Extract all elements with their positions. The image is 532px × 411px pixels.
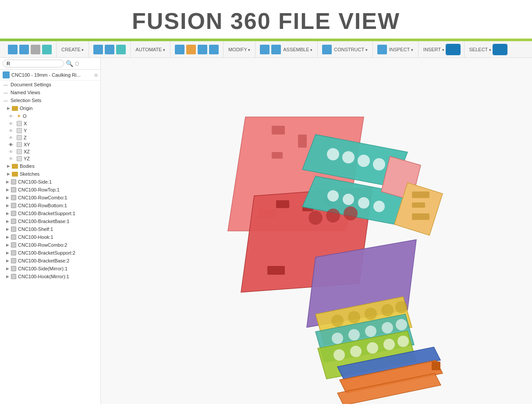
create-menu[interactable]: CREATE bbox=[61, 47, 84, 52]
construct-menu[interactable]: CONSTRUCT bbox=[334, 47, 368, 52]
z-icon bbox=[17, 135, 22, 140]
comp-cnc100-hook-1[interactable]: ▶ CNC100-Hook:1 bbox=[0, 233, 100, 241]
comp-sq-9 bbox=[11, 242, 16, 248]
toolbar-group-insert: INSERT bbox=[419, 41, 465, 57]
origin-item-y: 👁 Y bbox=[0, 127, 100, 134]
assemble-icon-1[interactable] bbox=[260, 45, 270, 54]
eye-icon-o[interactable]: 👁 bbox=[9, 114, 15, 119]
select-icon-active[interactable] bbox=[493, 45, 507, 54]
construct-icon-1[interactable] bbox=[322, 45, 332, 54]
svg-rect-9 bbox=[267, 266, 285, 275]
svg-point-36 bbox=[382, 322, 393, 333]
eye-icon-xy[interactable]: 👁 bbox=[9, 142, 15, 147]
insert-icon-active[interactable] bbox=[447, 45, 460, 54]
origin-folder-icon bbox=[12, 106, 18, 111]
section-selection-sets[interactable]: — Selection Sets bbox=[0, 96, 100, 104]
toolbar-group-automate: AUTOMATE bbox=[131, 41, 170, 57]
origin-item-z: 👁 Z bbox=[0, 134, 100, 141]
bodies-folder[interactable]: ▶ Bodies bbox=[0, 162, 100, 170]
modify-icon-2[interactable] bbox=[186, 45, 196, 54]
toolbar-icon-4[interactable] bbox=[42, 45, 52, 54]
modify-icon-4[interactable] bbox=[209, 45, 219, 54]
svg-rect-24 bbox=[412, 213, 429, 220]
eye-icon-yz[interactable]: 👁 bbox=[9, 156, 15, 161]
comp-arrow-12: ▶ bbox=[6, 266, 9, 271]
modify-menu[interactable]: MODIFY bbox=[228, 47, 250, 52]
eye-icon-y[interactable]: 👁 bbox=[9, 128, 15, 133]
comp-cnc100-rowtop-1[interactable]: ▶ CNC100-RowTop:1 bbox=[0, 186, 100, 194]
insert-menu[interactable]: INSERT bbox=[423, 47, 444, 52]
eye-icon-z[interactable]: 👁 bbox=[9, 135, 15, 140]
automate-icon-1[interactable] bbox=[93, 45, 103, 54]
section-selection-sets-label: Selection Sets bbox=[11, 98, 41, 103]
origin-yz-label: YZ bbox=[24, 156, 30, 161]
comp-sq-5 bbox=[11, 211, 16, 216]
svg-point-35 bbox=[365, 326, 376, 337]
comp-sq-7 bbox=[11, 227, 16, 232]
bodies-label: Bodies bbox=[20, 163, 35, 169]
automate-icon-3[interactable] bbox=[116, 45, 126, 54]
origin-xy-label: XY bbox=[24, 142, 30, 147]
comp-cnc100-bracketsupport-1[interactable]: ▶ CNC100-BracketSupport:1 bbox=[0, 209, 100, 217]
inspect-icon-1[interactable] bbox=[377, 45, 387, 54]
svg-point-11 bbox=[327, 148, 339, 160]
document-row[interactable]: CNC100 - 19mm - Caulking Ri... ⊙ bbox=[0, 70, 100, 81]
sketches-folder[interactable]: ▶ Sketches bbox=[0, 170, 100, 178]
xy-icon bbox=[17, 142, 22, 147]
eye-icon-xz[interactable]: 👁 bbox=[9, 149, 15, 154]
assemble-menu[interactable]: ASSEMBLE bbox=[283, 47, 312, 52]
modify-icon-1[interactable] bbox=[175, 45, 184, 54]
svg-point-33 bbox=[332, 333, 343, 344]
comp-sq-3 bbox=[11, 195, 16, 200]
select-menu[interactable]: SELECT bbox=[469, 47, 491, 52]
origin-o-icon: ✦ bbox=[17, 113, 21, 119]
comp-cnc100-rowcombo-1[interactable]: ▶ CNC100-RowCombo:1 bbox=[0, 194, 100, 202]
svg-point-31 bbox=[395, 301, 408, 313]
modify-icon-3[interactable] bbox=[198, 45, 207, 54]
origin-item-xy: 👁 XY bbox=[0, 141, 100, 148]
eye-icon-x[interactable]: 👁 bbox=[9, 121, 15, 126]
toolbar-icon-3[interactable] bbox=[31, 45, 40, 54]
toolbar-group-modify: MODIFY bbox=[223, 41, 255, 57]
toolbar-icon-2[interactable] bbox=[19, 45, 29, 54]
comp-label-7: CNC100-Shelf:1 bbox=[18, 227, 53, 232]
toolbar-group-construct: CONSTRUCT bbox=[318, 41, 373, 57]
comp-cnc100-bracketsupport-2[interactable]: ▶ CNC100-BracketSupport:2 bbox=[0, 249, 100, 257]
3d-viewport[interactable] bbox=[101, 58, 532, 404]
automate-menu[interactable]: AUTOMATE bbox=[135, 47, 165, 52]
section-named-views[interactable]: — Named Views bbox=[0, 89, 100, 96]
comp-cnc100-side-mirror-1[interactable]: ▶ CNC100-Side(Mirror):1 bbox=[0, 265, 100, 273]
toolbar-icon-1[interactable] bbox=[8, 45, 18, 54]
svg-point-16 bbox=[327, 190, 339, 202]
search-input[interactable] bbox=[3, 60, 64, 67]
origin-z-label: Z bbox=[24, 135, 27, 140]
document-title: CNC100 - 19mm - Caulking Ri... bbox=[11, 72, 81, 78]
inspect-menu[interactable]: INSPECT bbox=[389, 47, 413, 52]
toolbar-group-automate-icons bbox=[89, 41, 131, 57]
comp-cnc100-rowcombo-2[interactable]: ▶ CNC100-RowCombo:2 bbox=[0, 241, 100, 249]
comp-cnc100-hook-mirror-1[interactable]: ▶ CNC100-Hook(Mirror):1 bbox=[0, 273, 100, 280]
sketches-label: Sketches bbox=[20, 171, 39, 177]
comp-cnc100-side-1[interactable]: ▶ CNC100-Side:1 bbox=[0, 178, 100, 186]
assemble-icon-2[interactable] bbox=[271, 45, 281, 54]
origin-x-label: X bbox=[24, 121, 27, 126]
comp-arrow-10: ▶ bbox=[6, 251, 9, 255]
automate-icon-2[interactable] bbox=[105, 45, 114, 54]
svg-point-19 bbox=[373, 201, 385, 212]
comp-cnc100-rowbottom-1[interactable]: ▶ CNC100-RowBottom:1 bbox=[0, 202, 100, 209]
comp-cnc100-bracketbase-1[interactable]: ▶ CNC100-BracketBase:1 bbox=[0, 217, 100, 225]
comp-label-5: CNC100-BracketSupport:1 bbox=[18, 211, 75, 216]
svg-point-50 bbox=[344, 206, 358, 220]
toolbar-group-inspect: INSPECT bbox=[373, 41, 419, 57]
origin-folder[interactable]: ▶ Origin bbox=[0, 104, 100, 112]
sketches-expander: ▶ bbox=[7, 172, 10, 176]
section-document-settings[interactable]: — Document Settings bbox=[0, 81, 100, 89]
section-dash: — bbox=[4, 82, 9, 87]
comp-cnc100-shelf-1[interactable]: ▶ CNC100-Shelf:1 bbox=[0, 225, 100, 233]
svg-point-37 bbox=[396, 319, 407, 330]
comp-arrow-9: ▶ bbox=[6, 243, 9, 247]
comp-arrow-5: ▶ bbox=[6, 211, 9, 216]
title-area: FUSION 360 FILE VIEW bbox=[0, 0, 532, 39]
toolbar-group-icons-left bbox=[4, 41, 57, 57]
comp-cnc100-bracketbase-2[interactable]: ▶ CNC100-BracketBase:2 bbox=[0, 257, 100, 265]
